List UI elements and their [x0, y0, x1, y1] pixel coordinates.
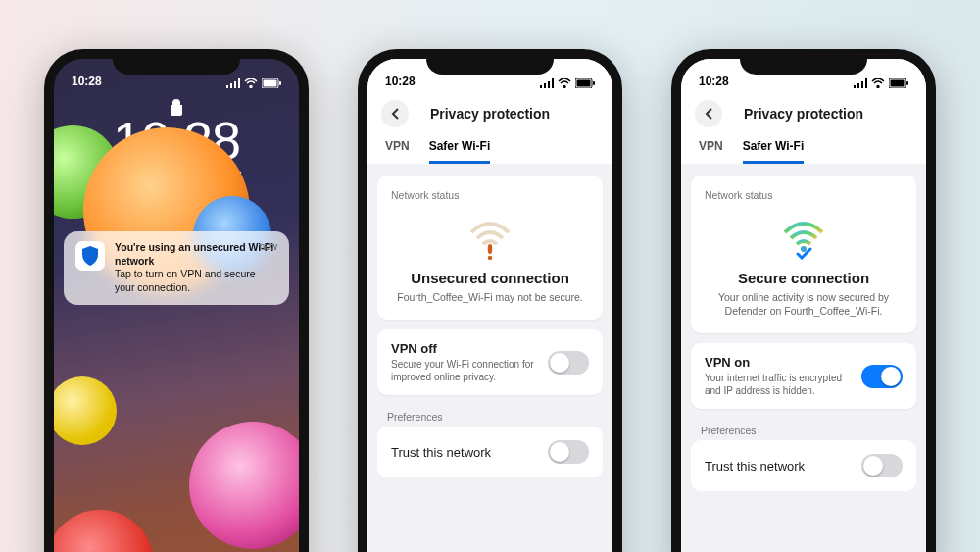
status-time: 10:28 — [699, 75, 729, 88]
svg-rect-9 — [548, 81, 550, 88]
status-time: 10:28 — [385, 75, 416, 88]
network-status-card: Network status Secure connection Your — [691, 176, 916, 333]
vpn-toggle-row[interactable]: VPN off Secure your Wi-Fi connection for… — [377, 329, 603, 395]
svg-rect-2 — [234, 81, 236, 88]
phone-app-secure: 10:28 Privacy protection VPN Safer Wi-Fi… — [671, 49, 936, 552]
app-screen: 10:28 Privacy protection VPN Safer Wi-Fi… — [368, 59, 612, 552]
connection-title: Unsecured connection — [391, 270, 589, 286]
phone-notch — [113, 49, 240, 75]
tab-vpn[interactable]: VPN — [699, 139, 723, 164]
wifi-icon — [871, 78, 885, 88]
phone-lockscreen: 10:28 10:28 Friday, September 17 You're … — [44, 49, 309, 552]
svg-rect-18 — [858, 83, 859, 88]
tab-safer-wifi[interactable]: Safer Wi-Fi — [429, 139, 491, 164]
battery-icon — [889, 78, 908, 88]
app-header: Privacy protection VPN Safer Wi-Fi — [368, 92, 612, 164]
svg-rect-19 — [861, 81, 863, 88]
svg-rect-0 — [226, 85, 228, 88]
page-title: Privacy protection — [381, 106, 599, 122]
svg-rect-1 — [230, 83, 232, 88]
svg-rect-10 — [552, 78, 554, 88]
status-icons — [540, 78, 595, 88]
battery-icon — [575, 78, 595, 88]
wifi-icon — [244, 78, 258, 88]
trust-network-label: Trust this network — [391, 445, 491, 460]
vpn-toggle[interactable] — [861, 365, 903, 388]
trust-network-label: Trust this network — [705, 459, 805, 474]
signal-icon — [226, 78, 240, 88]
svg-point-24 — [801, 246, 807, 252]
vpn-title: VPN off — [391, 341, 536, 356]
signal-icon — [854, 78, 867, 88]
svg-rect-6 — [279, 81, 281, 85]
tabs: VPN Safer Wi-Fi — [381, 131, 599, 164]
notification-body: Tap to turn on VPN and secure your conne… — [115, 268, 277, 294]
vpn-title: VPN on — [705, 355, 850, 370]
connection-subtitle: Fourth_Coffee_Wi-Fi may not be secure. — [391, 290, 589, 304]
page-title: Privacy protection — [695, 106, 912, 122]
svg-point-16 — [488, 256, 492, 260]
vpn-subtitle: Your internet traffic is encrypted and I… — [705, 372, 850, 397]
svg-rect-15 — [488, 244, 492, 254]
trust-toggle[interactable] — [548, 440, 589, 464]
trust-toggle[interactable] — [861, 454, 903, 477]
status-icons — [226, 78, 281, 88]
preferences-label: Preferences — [701, 425, 906, 436]
battery-icon — [262, 78, 281, 88]
app-header: Privacy protection VPN Safer Wi-Fi — [681, 92, 926, 164]
wallpaper-blob — [54, 376, 117, 445]
tab-vpn[interactable]: VPN — [385, 139, 410, 164]
notification-time: now — [260, 241, 277, 252]
connection-title: Secure connection — [705, 270, 903, 286]
wallpaper-blob — [54, 510, 154, 552]
trust-network-row[interactable]: Trust this network — [691, 440, 916, 491]
tabs: VPN Safer Wi-Fi — [695, 131, 912, 164]
wallpaper-blob — [189, 422, 299, 549]
wifi-secure-icon — [705, 219, 903, 260]
status-icons — [854, 78, 908, 88]
network-status-card: Network status Unsecured connection Four… — [377, 176, 603, 320]
tab-safer-wifi[interactable]: Safer Wi-Fi — [743, 139, 805, 164]
svg-rect-7 — [540, 85, 542, 88]
trust-network-row[interactable]: Trust this network — [377, 427, 603, 477]
vpn-subtitle: Secure your Wi-Fi connection for improve… — [391, 358, 536, 383]
shield-icon — [81, 246, 99, 266]
app-screen: 10:28 Privacy protection VPN Safer Wi-Fi… — [681, 59, 926, 552]
wifi-warning-icon — [391, 219, 589, 260]
notification-title: You're using an unsecured Wi-Fi network — [115, 241, 277, 268]
svg-rect-17 — [854, 85, 856, 88]
svg-rect-8 — [544, 83, 546, 88]
phone-notch — [426, 49, 554, 75]
svg-rect-5 — [264, 80, 277, 87]
status-time: 10:28 — [72, 75, 102, 88]
signal-icon — [540, 78, 554, 88]
svg-rect-12 — [577, 80, 591, 87]
svg-rect-20 — [865, 78, 867, 88]
vpn-toggle-row[interactable]: VPN on Your internet traffic is encrypte… — [691, 343, 916, 409]
phone-app-unsecured: 10:28 Privacy protection VPN Safer Wi-Fi… — [358, 49, 622, 552]
notification-card[interactable]: You're using an unsecured Wi-Fi network … — [64, 231, 289, 305]
svg-rect-3 — [238, 78, 240, 88]
connection-subtitle: Your online activity is now secured by D… — [705, 290, 903, 318]
phone-notch — [740, 49, 867, 75]
wifi-icon — [558, 78, 571, 88]
preferences-label: Preferences — [387, 411, 593, 423]
lock-screen[interactable]: 10:28 10:28 Friday, September 17 You're … — [54, 59, 299, 552]
card-label: Network status — [705, 189, 903, 201]
card-label: Network status — [391, 189, 589, 201]
app-icon-defender — [75, 241, 105, 271]
svg-rect-22 — [891, 80, 905, 87]
svg-rect-13 — [593, 81, 595, 85]
vpn-toggle[interactable] — [548, 351, 589, 375]
svg-rect-23 — [906, 81, 908, 85]
